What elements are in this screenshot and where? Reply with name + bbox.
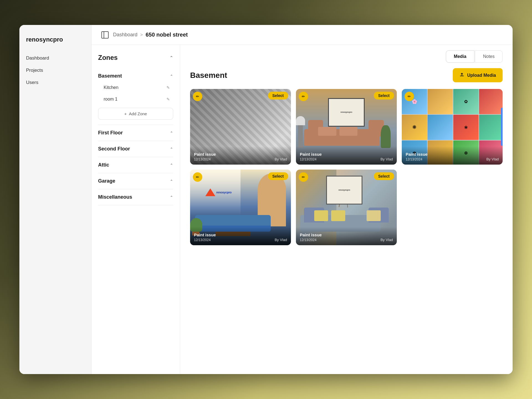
card-select-button-2[interactable]: Select: [374, 92, 394, 99]
body-layout: Zones ⌃ Basement ⌃ Kitchen ✎: [91, 45, 513, 374]
zone-section-name-garage: Garage: [98, 178, 115, 184]
add-zone-plus-icon: +: [124, 111, 127, 116]
zone-item-name-kitchen: Kitchen: [104, 85, 118, 90]
tab-media[interactable]: Media: [446, 50, 474, 63]
zone-section-first-floor: First Floor ⌃: [98, 125, 173, 141]
card-edit-button-4[interactable]: ✏: [193, 172, 202, 182]
media-header: Basement Upload Media: [190, 68, 503, 82]
card-edit-button-2[interactable]: ✏: [299, 92, 308, 101]
card-footer-2: Paint issue 12/13/2024 By Vlad: [296, 146, 397, 165]
card-select-button-5[interactable]: Select: [374, 172, 394, 180]
zone-section-basement: Basement ⌃ Kitchen ✎ room 1 ✎: [98, 68, 173, 125]
upload-icon: [459, 72, 464, 78]
zone-section-name-basement: Basement: [98, 73, 122, 79]
media-panel: Media Notes Basement: [180, 45, 513, 374]
card-issue-3: Paint issue: [406, 152, 428, 157]
topbar: Dashboard > 650 nobel street: [91, 25, 513, 45]
zone-section-miscellaneous: Miscellaneous ⌃: [98, 189, 173, 205]
upload-media-button[interactable]: Upload Media: [453, 68, 503, 82]
sidebar: renosyncpro Dashboard Projects Users: [19, 25, 91, 374]
card-by-5: By Vlad: [380, 238, 393, 242]
sidebar-nav: Dashboard Projects Users: [26, 53, 85, 88]
zone-section-header-garage[interactable]: Garage ⌃: [98, 178, 173, 184]
zone-section-header-basement[interactable]: Basement ⌃: [98, 73, 173, 79]
media-card-2[interactable]: renosyncpro ✏ Select Paint issue: [296, 89, 397, 165]
card-date-3: 12/13/2024: [406, 157, 428, 161]
media-content: Basement Upload Media: [180, 63, 513, 374]
card-date-1: 12/13/2024: [194, 157, 216, 161]
sidebar-item-projects[interactable]: Projects: [26, 65, 85, 75]
breadcrumb: Dashboard > 650 nobel street: [113, 32, 188, 38]
add-zone-button[interactable]: + Add Zone: [98, 108, 173, 120]
media-card-4[interactable]: renosycpro ✏ Select Paint issue 12/13/20…: [190, 170, 291, 245]
zone-section-name-miscellaneous: Miscellaneous: [98, 194, 132, 200]
upload-media-label: Upload Media: [467, 73, 496, 78]
card-footer-1: Paint issue 12/13/2024 By Vlad: [190, 146, 291, 165]
card-edit-button-5[interactable]: ✏: [299, 172, 308, 182]
zone-section-name-first-floor: First Floor: [98, 130, 123, 136]
breadcrumb-separator: >: [140, 32, 143, 37]
toggle-sidebar-icon[interactable]: [101, 31, 109, 39]
card-issue-4: Paint issue: [194, 232, 216, 237]
zone-section-attic: Attic ⌃: [98, 157, 173, 173]
svg-rect-0: [460, 76, 464, 76]
zone-section-chevron-miscellaneous[interactable]: ⌃: [170, 195, 173, 200]
card-date-5: 12/13/2024: [300, 238, 322, 242]
card-date-4: 12/13/2024: [194, 238, 216, 242]
zone-section-garage: Garage ⌃: [98, 173, 173, 189]
zone-section-chevron-second-floor[interactable]: ⌃: [170, 147, 173, 151]
card-date-2: 12/13/2024: [300, 157, 322, 161]
zones-collapse-icon[interactable]: ⌃: [170, 55, 173, 60]
zone-item-edit-room1[interactable]: ✎: [167, 97, 170, 101]
card-select-button-4[interactable]: Select: [268, 172, 288, 180]
card-footer-4: Paint issue 12/13/2024 By Vlad: [190, 227, 291, 245]
zone-section-second-floor: Second Floor ⌃: [98, 141, 173, 157]
card-by-3: By Vlad: [486, 157, 499, 161]
card-issue-2: Paint issue: [300, 152, 322, 157]
zone-section-header-miscellaneous[interactable]: Miscellaneous ⌃: [98, 194, 173, 200]
zone-section-header-attic[interactable]: Attic ⌃: [98, 162, 173, 168]
zone-section-header-second-floor[interactable]: Second Floor ⌃: [98, 146, 173, 152]
zones-panel: Zones ⌃ Basement ⌃ Kitchen ✎: [91, 45, 180, 374]
card-select-button-1[interactable]: Select: [268, 92, 288, 99]
sidebar-item-users[interactable]: Users: [26, 78, 85, 88]
card-edit-button-3[interactable]: ✏: [405, 92, 414, 101]
main-content: Dashboard > 650 nobel street Zones ⌃ Bas…: [91, 25, 513, 374]
card-footer-5: Paint issue 12/13/2024 By Vlad: [296, 227, 397, 245]
zone-section-chevron-garage[interactable]: ⌃: [170, 179, 173, 183]
sidebar-item-dashboard[interactable]: Dashboard: [26, 53, 85, 63]
zone-item-kitchen[interactable]: Kitchen ✎: [100, 82, 173, 93]
media-card-3[interactable]: 🌸 ✿ ❋ ❀ ✾ ❁: [402, 89, 503, 165]
zone-section-chevron-basement[interactable]: ⌃: [170, 74, 173, 78]
zones-title: Zones: [98, 54, 118, 62]
card-issue-5: Paint issue: [300, 232, 322, 237]
media-grid: ✏ Select Paint issue 12/13/2024 By Vlad: [190, 89, 503, 245]
card-by-2: By Vlad: [380, 157, 393, 161]
tab-bar: Media Notes: [180, 45, 513, 63]
media-section-title: Basement: [190, 71, 227, 80]
card-edit-button-1[interactable]: ✏: [193, 92, 202, 101]
breadcrumb-current: 650 nobel street: [145, 32, 188, 38]
card-by-4: By Vlad: [275, 238, 287, 242]
card-footer-3: Paint issue 12/13/2024 By Vlad: [402, 146, 503, 165]
zone-section-header-first-floor[interactable]: First Floor ⌃: [98, 130, 173, 136]
breadcrumb-parent[interactable]: Dashboard: [113, 32, 137, 38]
zone-item-room1[interactable]: room 1 ✎: [100, 94, 173, 104]
zone-item-name-room1: room 1: [104, 97, 117, 102]
zone-section-name-attic: Attic: [98, 162, 109, 168]
card-issue-1: Paint issue: [194, 152, 216, 157]
media-card-1[interactable]: ✏ Select Paint issue 12/13/2024 By Vlad: [190, 89, 291, 165]
zone-items-basement: Kitchen ✎ room 1 ✎: [98, 82, 173, 104]
sidebar-logo: renosyncpro: [26, 36, 85, 43]
zone-section-chevron-attic[interactable]: ⌃: [170, 163, 173, 167]
tab-notes[interactable]: Notes: [475, 50, 503, 63]
card-by-1: By Vlad: [275, 157, 287, 161]
zone-section-chevron-first-floor[interactable]: ⌃: [170, 131, 173, 135]
zone-section-name-second-floor: Second Floor: [98, 146, 130, 152]
add-zone-label: Add Zone: [129, 111, 147, 116]
zones-header: Zones ⌃: [98, 54, 173, 62]
zone-item-edit-kitchen[interactable]: ✎: [167, 85, 170, 90]
media-card-5[interactable]: renosyncpro ✏ Select: [296, 170, 397, 245]
